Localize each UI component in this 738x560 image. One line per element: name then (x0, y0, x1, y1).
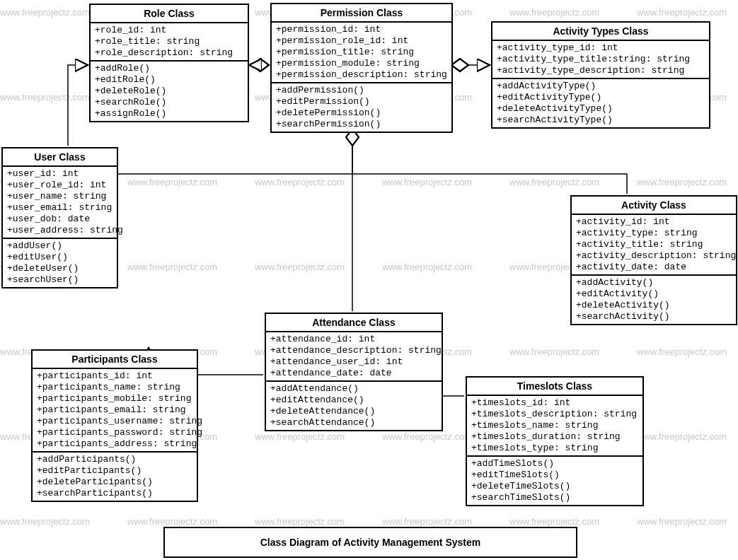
op-row: +addActivityType() (497, 81, 705, 92)
attr-row: +user_role_id: int (7, 180, 113, 191)
attr-row: +user_address: string (7, 225, 113, 236)
class-attrs: +attendance_id: int+attendance_descripti… (266, 332, 442, 382)
class-title: Activity Types Class (492, 23, 709, 41)
op-row: +deleteAttendance() (270, 406, 437, 417)
watermark: www.freeprojectz.com (255, 516, 345, 527)
attr-row: +participants_id: int (37, 371, 192, 382)
attr-row: +role_title: string (95, 36, 243, 47)
class-attrs: +user_id: int+user_role_id: int+user_nam… (3, 167, 117, 239)
watermark: www.freeprojectz.com (382, 177, 472, 187)
class-permission: Permission Class+permission_id: int+perm… (270, 3, 453, 133)
attr-row: +permission_module: string (276, 58, 447, 69)
op-row: +deleteUser() (7, 263, 113, 274)
op-row: +searchTimeSlots() (471, 492, 638, 503)
attr-row: +permission_title: string (276, 47, 447, 58)
class-role: Role Class+role_id: int+role_title: stri… (89, 4, 249, 122)
watermark: www.freeprojectz.com (637, 7, 727, 18)
attr-row: +permission_id: int (276, 24, 447, 35)
attr-row: +participants_password: string (37, 427, 192, 438)
op-row: +editUser() (7, 252, 113, 263)
class-attrs: +role_id: int+role_title: string+role_de… (91, 23, 248, 62)
attr-row: +attendance_date: date (270, 368, 437, 379)
attr-row: +timeslots_name: string (471, 420, 638, 431)
attr-row: +activity_id: int (576, 216, 732, 228)
attr-row: +attendance_user_id: int (270, 356, 437, 368)
op-row: +addAttendance() (270, 383, 437, 395)
op-row: +editTimeSlots() (471, 469, 638, 481)
op-row: +searchAttendance() (270, 417, 437, 428)
op-row: +searchParticipants() (37, 488, 192, 499)
watermark: www.freeprojectz.com (127, 177, 217, 187)
class-ops: +addRole()+editRole()+deleteRole()+searc… (91, 62, 248, 121)
class-ops: +addParticipants()+editParticipants()+de… (33, 453, 197, 501)
class-title: Participants Class (33, 351, 197, 369)
op-row: +searchActivity() (576, 311, 732, 322)
attr-row: +activity_type_description: string (497, 65, 705, 76)
class-attrs: +activity_id: int+activity_type: string+… (572, 215, 736, 276)
op-row: +editRole() (95, 74, 243, 86)
watermark: www.freeprojectz.com (255, 431, 345, 442)
class-ops: +addTimeSlots()+editTimeSlots()+deleteTi… (467, 457, 642, 505)
class-ops: +addUser()+editUser()+deleteUser()+searc… (3, 239, 117, 287)
op-row: +addActivity() (576, 277, 732, 288)
class-ops: +addAttendance()+editAttendance()+delete… (266, 382, 442, 430)
op-row: +addPermission() (276, 85, 447, 96)
watermark: www.freeprojectz.com (127, 262, 217, 272)
attr-row: +timeslots_id: int (471, 397, 638, 409)
class-ops: +addActivity()+editActivity()+deleteActi… (572, 276, 736, 324)
watermark: www.freeprojectz.com (509, 177, 599, 187)
class-attrs: +participants_id: int+participants_name:… (33, 369, 197, 453)
watermark: www.freeprojectz.com (382, 262, 472, 272)
class-title: Permission Class (272, 4, 451, 23)
class-attrs: +permission_id: int+permission_role_id: … (272, 23, 451, 83)
op-row: +deleteActivity() (576, 300, 732, 311)
class-ops: +addActivityType()+editActivityType()+de… (492, 79, 709, 127)
class-activity: Activity Class+activity_id: int+activity… (570, 195, 737, 325)
op-row: +deleteActivityType() (497, 103, 705, 115)
attr-row: +permission_role_id: int (276, 35, 447, 47)
op-row: +addRole() (95, 63, 243, 74)
attr-row: +timeslots_description: string (471, 409, 638, 420)
op-row: +searchRole() (95, 97, 243, 108)
attr-row: +user_name: string (7, 191, 113, 202)
watermark: www.freeprojectz.com (637, 346, 727, 357)
class-user: User Class+user_id: int+user_role_id: in… (1, 147, 118, 288)
watermark: www.freeprojectz.com (637, 431, 727, 442)
attr-row: +participants_username: string (37, 416, 192, 427)
op-row: +searchActivityType() (497, 115, 705, 126)
attr-row: +activity_date: date (576, 262, 732, 273)
op-row: +searchPermission() (276, 119, 447, 130)
op-row: +editActivity() (576, 288, 732, 300)
class-title: Timeslots Class (467, 378, 642, 396)
attr-row: +role_description: string (95, 47, 243, 59)
attr-row: +participants_address: string (37, 438, 192, 450)
attr-row: +timeslots_duration: string (471, 431, 638, 443)
watermark: www.freeprojectz.com (637, 177, 727, 187)
class-attrs: +activity_type_id: int+activity_type_tit… (492, 41, 709, 79)
class-ops: +addPermission()+editPermission()+delete… (272, 83, 451, 132)
attr-row: +activity_type_title:string: string (497, 54, 705, 65)
watermark: www.freeprojectz.com (637, 516, 727, 527)
op-row: +editPermission() (276, 96, 447, 107)
class-attendance: Attendance Class+attendance_id: int+atte… (265, 313, 443, 431)
class-timeslots: Timeslots Class+timeslots_id: int+timesl… (466, 376, 644, 506)
watermark: www.freeprojectz.com (255, 262, 345, 272)
attr-row: +activity_type: string (576, 228, 732, 239)
attr-row: +attendance_id: int (270, 334, 437, 345)
watermark: www.freeprojectz.com (509, 516, 599, 527)
class-title: User Class (3, 148, 117, 167)
watermark: www.freeprojectz.com (382, 516, 472, 527)
diagram-title: Class Diagram of Activity Management Sys… (163, 527, 577, 558)
watermark: www.freeprojectz.com (509, 346, 599, 357)
op-row: +editAttendance() (270, 395, 437, 406)
attr-row: +user_dob: date (7, 214, 113, 225)
op-row: +deletePermission() (276, 107, 447, 119)
op-row: +assignRole() (95, 108, 243, 119)
op-row: +deleteParticipants() (37, 477, 192, 488)
op-row: +editParticipants() (37, 465, 192, 477)
op-row: +addUser() (7, 240, 113, 252)
watermark: www.freeprojectz.com (127, 516, 217, 527)
attr-row: +role_id: int (95, 25, 243, 36)
op-row: +addParticipants() (37, 454, 192, 465)
class-attrs: +timeslots_id: int+timeslots_description… (467, 396, 642, 457)
